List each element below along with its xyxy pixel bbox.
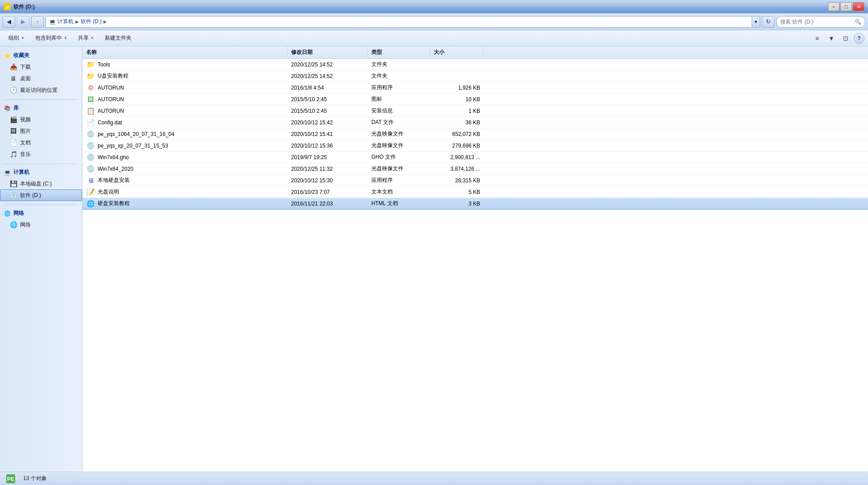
- organize-label: 组织: [8, 34, 19, 42]
- minimize-button[interactable]: −: [828, 2, 839, 11]
- file-name-text-1: U盘安装教程: [98, 72, 128, 80]
- help-button[interactable]: ?: [854, 33, 864, 44]
- computer-header[interactable]: 💻 计算机: [0, 167, 82, 178]
- include-label: 包含到库中: [35, 34, 62, 42]
- table-row[interactable]: 🖥 本地硬盘安装 2020/10/12 15:30 应用程序 28,315 KB: [82, 175, 868, 186]
- table-row[interactable]: 📝 光盘说明 2016/10/23 7:07 文本文档 5 KB: [82, 186, 868, 198]
- header-date[interactable]: 修改日期: [288, 46, 368, 58]
- sidebar-item-desktop[interactable]: 🖥 桌面: [0, 73, 82, 84]
- view-dropdown-button[interactable]: ▼: [825, 33, 838, 44]
- file-size-11: 5 KB: [430, 186, 484, 197]
- include-button[interactable]: 包含到库中 ▼: [30, 32, 72, 45]
- file-name-text-8: Win7x64.gho: [98, 154, 129, 160]
- recent-icon: 🕐: [9, 86, 17, 94]
- library-header[interactable]: 📚 库: [0, 103, 82, 114]
- file-date-4: 2015/5/10 2:45: [288, 105, 368, 116]
- include-arrow: ▼: [64, 36, 67, 40]
- table-row[interactable]: 💿 Win7x64.gho 2019/9/7 19:25 GHO 文件 2,90…: [82, 152, 868, 163]
- new-folder-button[interactable]: 新建文件夹: [100, 32, 136, 45]
- address-dropdown-button[interactable]: ▼: [752, 16, 760, 28]
- view-pane-button[interactable]: ⊡: [839, 33, 852, 44]
- network-header[interactable]: 🌐 网络: [0, 208, 82, 219]
- file-rows-container: 📁 Tools 2020/12/25 14:52 文件夹 📁 U盘安装教程 20…: [82, 59, 868, 210]
- divider-3: [4, 205, 78, 205]
- sidebar-item-network[interactable]: 🌐 网络: [0, 219, 82, 230]
- favorites-header[interactable]: ⭐ 收藏夹: [0, 50, 82, 61]
- file-size-7: 279,696 KB: [430, 140, 484, 151]
- file-type-11: 文本文档: [368, 186, 430, 197]
- close-button[interactable]: ✕: [853, 2, 864, 11]
- table-row[interactable]: 🖼 AUTORUN 2015/5/10 2:45 图标 10 KB: [82, 94, 868, 105]
- file-name-text-10: 本地硬盘安装: [98, 177, 130, 184]
- table-row[interactable]: 💿 pe_yqs_xp_20_07_31_15_53 2020/10/12 15…: [82, 140, 868, 152]
- main-layout: ⭐ 收藏夹 📥 下载 🖥 桌面 🕐 最近访问的位置 📚 库: [0, 46, 868, 472]
- divider-1: [4, 99, 78, 100]
- search-input[interactable]: [780, 19, 853, 25]
- header-name[interactable]: 名称: [82, 46, 288, 58]
- file-date-6: 2020/10/12 15:41: [288, 128, 368, 140]
- table-row[interactable]: 📄 Config.dat 2020/10/12 15:42 DAT 文件 36 …: [82, 117, 868, 128]
- file-name-cell-6: 💿 pe_yqs_1064_20_07_31_16_04: [82, 128, 288, 140]
- sidebar-item-video[interactable]: 🎬 视频: [0, 114, 82, 125]
- organize-button[interactable]: 组织 ▼: [4, 32, 29, 45]
- breadcrumb-sep2: ▶: [103, 19, 107, 24]
- documents-icon: 📄: [9, 139, 17, 147]
- sidebar-item-recent[interactable]: 🕐 最近访问的位置: [0, 84, 82, 96]
- forward-button[interactable]: ▶: [17, 16, 29, 28]
- library-section: 📚 库 🎬 视频 🖼 图片 📄 文档 🎵 音乐: [0, 103, 82, 160]
- file-icon-3: 🖼: [86, 95, 95, 104]
- sidebar-item-cdrive[interactable]: 💾 本地磁盘 (C:): [0, 178, 82, 189]
- table-row[interactable]: 💿 Win7x64_2020 2020/12/25 11:32 光盘映像文件 3…: [82, 163, 868, 175]
- breadcrumb-computer[interactable]: 计算机: [58, 18, 74, 25]
- file-name-cell-1: 📁 U盘安装教程: [82, 70, 288, 82]
- sidebar-item-ddrive[interactable]: 💿 软件 (D:): [0, 189, 82, 201]
- sidebar-item-pictures-label: 图片: [20, 127, 31, 135]
- file-date-10: 2020/10/12 15:30: [288, 175, 368, 186]
- header-type[interactable]: 类型: [368, 46, 430, 58]
- table-row[interactable]: 📁 U盘安装教程 2020/12/25 14:52 文件夹: [82, 70, 868, 82]
- file-type-2: 应用程序: [368, 82, 430, 93]
- sidebar-item-documents-label: 文档: [20, 139, 31, 147]
- file-size-10: 28,315 KB: [430, 175, 484, 186]
- file-size-8: 2,900,813 ...: [430, 152, 484, 163]
- maximize-button[interactable]: □: [840, 2, 852, 11]
- refresh-button[interactable]: ↻: [762, 16, 774, 28]
- file-date-2: 2016/1/8 4:54: [288, 82, 368, 93]
- file-list-header: 名称 修改日期 类型 大小: [82, 46, 868, 59]
- statusbar: PE 13 个对象: [0, 472, 868, 485]
- up-button[interactable]: ↑: [31, 16, 44, 28]
- sidebar-item-download[interactable]: 📥 下载: [0, 61, 82, 73]
- toolbar: 组织 ▼ 包含到库中 ▼ 共享 ▼ 新建文件夹 ≡ ▼ ⊡ ?: [0, 30, 868, 46]
- search-icon[interactable]: 🔍: [855, 19, 861, 25]
- share-label: 共享: [78, 34, 89, 42]
- divider-2: [4, 164, 78, 164]
- titlebar-icon: 📁: [4, 3, 11, 10]
- breadcrumb-drive[interactable]: 软件 (D:): [81, 18, 102, 25]
- share-button[interactable]: 共享 ▼: [73, 32, 99, 45]
- back-button[interactable]: ◀: [3, 16, 15, 28]
- table-row[interactable]: 🌐 硬盘安装教程 2016/11/21 22:03 HTML 文档 3 KB: [82, 198, 868, 210]
- file-date-12: 2016/11/21 22:03: [288, 198, 368, 209]
- breadcrumb-drive-label: 软件 (D:): [81, 18, 102, 25]
- network-section: 🌐 网络 🌐 网络: [0, 208, 82, 230]
- titlebar: 📁 软件 (D:) − □ ✕: [0, 0, 868, 13]
- table-row[interactable]: 💿 pe_yqs_1064_20_07_31_16_04 2020/10/12 …: [82, 128, 868, 140]
- sidebar-item-music[interactable]: 🎵 音乐: [0, 148, 82, 160]
- file-name-text-0: Tools: [98, 62, 110, 68]
- file-icon-4: 📋: [86, 107, 95, 115]
- breadcrumb-bar[interactable]: 💻 计算机 ▶ 软件 (D:) ▶: [45, 16, 752, 28]
- file-name-cell-3: 🖼 AUTORUN: [82, 94, 288, 105]
- sidebar-item-cdrive-label: 本地磁盘 (C:): [20, 180, 52, 188]
- header-size[interactable]: 大小: [430, 46, 484, 58]
- table-row[interactable]: ⚙ AUTORUN 2016/1/8 4:54 应用程序 1,926 KB: [82, 82, 868, 94]
- file-name-cell-7: 💿 pe_yqs_xp_20_07_31_15_53: [82, 140, 288, 151]
- file-name-cell-10: 🖥 本地硬盘安装: [82, 175, 288, 186]
- table-row[interactable]: 📋 AUTORUN 2015/5/10 2:45 安装信息 1 KB: [82, 105, 868, 117]
- search-bar[interactable]: 🔍: [776, 16, 865, 28]
- sidebar-item-documents[interactable]: 📄 文档: [0, 137, 82, 148]
- sidebar-item-pictures[interactable]: 🖼 图片: [0, 125, 82, 137]
- table-row[interactable]: 📁 Tools 2020/12/25 14:52 文件夹: [82, 59, 868, 70]
- view-list-button[interactable]: ≡: [811, 33, 823, 44]
- file-name-cell-9: 💿 Win7x64_2020: [82, 163, 288, 174]
- file-type-10: 应用程序: [368, 175, 430, 186]
